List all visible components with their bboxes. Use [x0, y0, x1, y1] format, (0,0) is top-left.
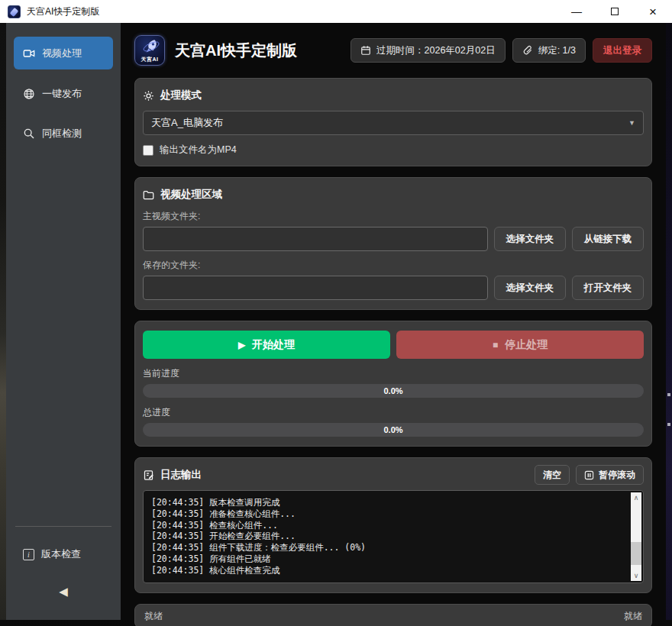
titlebar: 天宫AI快手定制版 — × — [0, 0, 672, 23]
current-progress-value: 0.0% — [383, 386, 402, 395]
main-folder-input[interactable] — [143, 227, 488, 251]
panel-title: 处理模式 — [160, 89, 202, 102]
control-panel: ▶ 开始处理 ■ 停止处理 当前进度 0.0% 总进度 0.0% — [134, 321, 652, 447]
app-window: 天宫AI快手定制版 — × 视频处理 一键发布 — [0, 0, 672, 626]
binding-badge: 绑定: 1/3 — [512, 38, 586, 63]
stop-label: 停止处理 — [505, 338, 548, 352]
panel-title: 日志输出 — [160, 468, 202, 482]
stop-processing-button[interactable]: ■ 停止处理 — [396, 331, 644, 359]
desktop-left-strip — [0, 23, 6, 620]
scrollbar-thumb[interactable] — [631, 542, 641, 565]
sidebar: 视频处理 一键发布 同框检测 i 版本检查 ◀ — [6, 23, 121, 620]
sidebar-item-label: 同框检测 — [42, 127, 82, 140]
choose-save-folder-button[interactable]: 选择文件夹 — [494, 276, 566, 300]
sidebar-item-label: 版本检查 — [41, 547, 81, 561]
maximize-button[interactable] — [596, 0, 634, 23]
choose-main-folder-button[interactable]: 选择文件夹 — [494, 227, 566, 251]
log-line: [20:44:35] 检查核心组件... — [151, 520, 626, 531]
status-left: 就绪 — [144, 610, 163, 623]
current-progress-bar: 0.0% — [143, 384, 644, 398]
sidebar-item-label: 一键发布 — [42, 87, 82, 101]
chevron-down-icon: ▼ — [628, 119, 635, 127]
mp4-checkbox-label: 输出文件名为MP4 — [160, 144, 237, 156]
log-line: [20:44:35] 所有组件已就绪 — [151, 553, 626, 565]
log-scrollbar[interactable]: ∧ ∨ — [631, 492, 641, 581]
window-title: 天宫AI快手定制版 — [27, 5, 99, 18]
sidebar-item-video-processing[interactable]: 视频处理 — [14, 37, 113, 69]
app-logo: 天宫AI — [134, 35, 165, 66]
calendar-icon — [360, 45, 371, 56]
clear-log-button[interactable]: 清空 — [535, 465, 570, 485]
download-from-link-button[interactable]: 从链接下载 — [572, 227, 644, 251]
stop-icon: ■ — [493, 340, 498, 350]
sidebar-item-same-frame-detect[interactable]: 同框检测 — [14, 118, 113, 149]
log-line: [20:44:35] 准备检查核心组件... — [151, 508, 626, 520]
save-folder-input[interactable] — [143, 276, 488, 300]
start-label: 开始处理 — [252, 338, 295, 352]
mp4-checkbox[interactable] — [143, 145, 153, 156]
log-line: [20:44:35] 开始检查必要组件... — [151, 531, 626, 542]
main-content: 天宫AI 天宫AI快手定制版 过期时间：2026年02月02日 绑定: 1/3 … — [121, 23, 666, 620]
minimize-button[interactable]: — — [557, 0, 596, 23]
logout-button[interactable]: 退出登录 — [593, 38, 652, 63]
mode-select-value: 天宫A_电脑发布 — [151, 116, 223, 130]
log-panel: 日志输出 清空 暂停滚动 [20:44:35] 版本检查调用完成 [20: — [134, 457, 652, 593]
log-line: [20:44:35] 核心组件检查完成 — [151, 565, 626, 576]
rocket-icon — [141, 37, 160, 57]
start-processing-button[interactable]: ▶ 开始处理 — [143, 331, 390, 359]
log-line: [20:44:35] 版本检查调用完成 — [151, 497, 626, 508]
desktop-right-strip — [666, 23, 672, 620]
play-icon: ▶ — [238, 340, 245, 350]
mp4-checkbox-row[interactable]: 输出文件名为MP4 — [143, 144, 644, 156]
paperclip-icon — [522, 45, 533, 56]
sidebar-item-one-click-publish[interactable]: 一键发布 — [14, 79, 113, 109]
pause-icon — [584, 470, 594, 480]
memo-icon — [143, 470, 154, 481]
logo-text: 天宫AI — [135, 56, 164, 63]
app-icon — [8, 5, 21, 18]
video-icon — [23, 47, 35, 60]
current-progress-label: 当前进度 — [143, 367, 644, 380]
main-folder-label: 主视频文件夹: — [143, 210, 644, 223]
sidebar-divider — [15, 526, 111, 527]
sidebar-collapse-button[interactable]: ◀ — [14, 585, 113, 599]
scroll-down-icon[interactable]: ∨ — [631, 570, 641, 581]
panel-title: 视频处理区域 — [160, 188, 222, 202]
expiry-text: 过期时间：2026年02月02日 — [376, 44, 496, 57]
app-header: 天宫AI 天宫AI快手定制版 过期时间：2026年02月02日 绑定: 1/3 … — [134, 34, 652, 67]
pause-scroll-label: 暂停滚动 — [599, 469, 635, 482]
mode-select[interactable]: 天宫A_电脑发布 ▼ — [143, 111, 644, 135]
folder-icon — [143, 189, 154, 201]
total-progress-value: 0.0% — [383, 425, 402, 434]
page-title: 天宫AI快手定制版 — [175, 40, 297, 61]
sidebar-item-version-check[interactable]: i 版本检查 — [14, 544, 113, 565]
status-bar: 就绪 就绪 — [134, 604, 652, 626]
processing-mode-panel: 处理模式 天宫A_电脑发布 ▼ 输出文件名为MP4 — [134, 78, 652, 166]
video-area-panel: 视频处理区域 主视频文件夹: 选择文件夹 从链接下载 保存的文件夹: 选择文件夹… — [134, 177, 652, 310]
log-line: [20:44:35] 组件下载进度：检查必要组件... (0%) — [151, 542, 626, 553]
scroll-up-icon[interactable]: ∧ — [631, 492, 641, 503]
pause-scroll-button[interactable]: 暂停滚动 — [576, 465, 644, 485]
expiry-badge: 过期时间：2026年02月02日 — [351, 38, 506, 63]
close-button[interactable]: × — [634, 0, 672, 23]
desktop-fragment — [667, 423, 670, 426]
globe-icon — [23, 88, 35, 100]
gear-icon — [143, 90, 154, 102]
total-progress-label: 总进度 — [143, 406, 644, 419]
log-output[interactable]: [20:44:35] 版本检查调用完成 [20:44:35] 准备检查核心组件.… — [143, 490, 644, 583]
maximize-icon — [611, 8, 619, 15]
desktop-fragment — [667, 393, 670, 396]
sidebar-item-label: 视频处理 — [42, 47, 82, 60]
binding-text: 绑定: 1/3 — [538, 44, 576, 57]
search-icon — [23, 127, 35, 140]
total-progress-bar: 0.0% — [143, 423, 644, 437]
info-icon: i — [23, 549, 34, 560]
save-folder-label: 保存的文件夹: — [143, 259, 644, 272]
open-folder-button[interactable]: 打开文件夹 — [572, 276, 644, 300]
status-right: 就绪 — [624, 610, 642, 623]
